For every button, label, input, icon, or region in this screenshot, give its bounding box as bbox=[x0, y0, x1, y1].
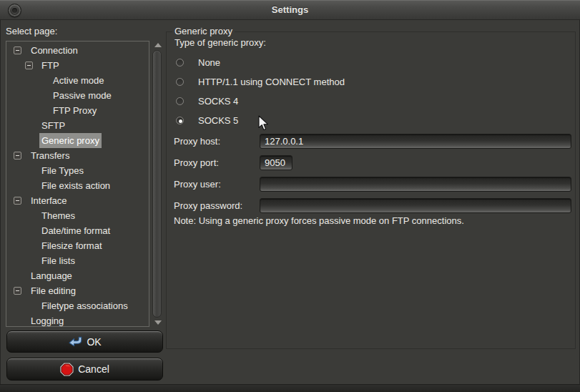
collapse-minus-icon[interactable] bbox=[14, 46, 21, 54]
proxy-password-label: Proxy password: bbox=[174, 198, 242, 213]
tree-item-file-editing[interactable]: File editing bbox=[6, 283, 149, 298]
radio-unselected-icon[interactable] bbox=[176, 78, 184, 86]
tree-item-ftp-proxy[interactable]: FTP Proxy bbox=[6, 103, 149, 118]
tree-item-label: File Types bbox=[39, 163, 86, 178]
tree-item-interface[interactable]: Interface bbox=[6, 193, 149, 208]
tree-item-label: Active mode bbox=[51, 73, 107, 88]
tree-item-label: Transfers bbox=[29, 148, 72, 163]
ok-button[interactable]: OK bbox=[6, 330, 163, 353]
proxy-host-label: Proxy host: bbox=[174, 134, 220, 149]
tree-item-language[interactable]: Language bbox=[6, 268, 149, 283]
radio-label: SOCKS 5 bbox=[198, 115, 238, 126]
radio-http-1-1-using-connect-method[interactable]: HTTP/1.1 using CONNECT method bbox=[175, 76, 345, 89]
window-bottom-edge bbox=[0, 384, 580, 392]
tree-item-label: SFTP bbox=[39, 118, 67, 133]
tree-item-transfers[interactable]: Transfers bbox=[6, 148, 149, 163]
tree-item-label: Connection bbox=[29, 43, 80, 58]
collapse-minus-icon[interactable] bbox=[14, 287, 21, 295]
tree-item-label: Date/time format bbox=[39, 223, 112, 238]
tree-item-logging[interactable]: Logging bbox=[6, 313, 149, 327]
radio-none[interactable]: None bbox=[175, 57, 220, 69]
generic-proxy-group: Generic proxy Type of generic proxy: Not… bbox=[166, 31, 576, 349]
collapse-minus-icon[interactable] bbox=[14, 197, 21, 205]
radio-label: None bbox=[198, 57, 220, 68]
collapse-minus-icon[interactable] bbox=[25, 62, 33, 69]
proxy-user-label: Proxy user: bbox=[174, 177, 221, 192]
tree-item-filesize-format[interactable]: Filesize format bbox=[6, 238, 149, 253]
tree-item-label: Passive mode bbox=[51, 88, 114, 103]
tree-item-connection[interactable]: Connection bbox=[6, 43, 149, 58]
tree-item-label: Language bbox=[29, 268, 74, 283]
window-title: Settings bbox=[0, 0, 580, 20]
cancel-button[interactable]: Cancel bbox=[6, 358, 163, 381]
tree-item-label: File exists action bbox=[39, 178, 112, 193]
proxy-port-input[interactable] bbox=[260, 155, 293, 170]
tree-item-date-time-format[interactable]: Date/time format bbox=[6, 223, 149, 238]
proxy-user-input[interactable] bbox=[260, 177, 571, 192]
tree-item-label: Interface bbox=[29, 193, 69, 208]
tree-item-label: Themes bbox=[39, 208, 77, 223]
proxy-port-label: Proxy port: bbox=[174, 155, 219, 170]
tree-scrollbar[interactable] bbox=[150, 41, 164, 327]
radio-label: SOCKS 4 bbox=[198, 96, 238, 107]
tree-item-label: Generic proxy bbox=[39, 133, 102, 148]
scroll-down-icon[interactable] bbox=[154, 320, 162, 325]
page-tree[interactable]: ConnectionFTPActive modePassive modeFTP … bbox=[6, 41, 149, 327]
tree-item-label: File lists bbox=[39, 253, 77, 268]
cancel-button-label: Cancel bbox=[78, 363, 109, 375]
proxy-password-input[interactable] bbox=[260, 198, 571, 213]
tree-item-themes[interactable]: Themes bbox=[6, 208, 149, 223]
radio-label: HTTP/1.1 using CONNECT method bbox=[198, 77, 345, 87]
tree-item-label: Filetype associations bbox=[39, 298, 130, 313]
settings-window: Settings Select page: ConnectionFTPActiv… bbox=[0, 0, 580, 392]
tree-item-label: FTP Proxy bbox=[51, 103, 99, 118]
radio-unselected-icon[interactable] bbox=[176, 97, 184, 105]
tree-item-label: Logging bbox=[29, 313, 66, 327]
scroll-up-icon[interactable] bbox=[154, 43, 162, 47]
proxy-note: Note: Using a generic proxy forces passi… bbox=[174, 215, 464, 226]
tree-item-active-mode[interactable]: Active mode bbox=[6, 73, 149, 88]
scrollbar-thumb[interactable] bbox=[152, 50, 162, 318]
tree-item-label: Filesize format bbox=[39, 238, 104, 253]
collapse-minus-icon[interactable] bbox=[14, 152, 21, 160]
group-legend: Generic proxy bbox=[172, 26, 235, 36]
tree-item-passive-mode[interactable]: Passive mode bbox=[6, 88, 149, 103]
type-of-proxy-label: Type of generic proxy: bbox=[175, 37, 266, 48]
tree-item-filetype-associations[interactable]: Filetype associations bbox=[6, 298, 149, 313]
radio-unselected-icon[interactable] bbox=[176, 59, 184, 67]
tree-item-generic-proxy[interactable]: Generic proxy bbox=[6, 133, 149, 148]
enter-arrow-icon bbox=[68, 335, 82, 348]
ok-button-label: OK bbox=[87, 336, 101, 348]
tree-item-file-types[interactable]: File Types bbox=[6, 163, 149, 178]
tree-item-file-lists[interactable]: File lists bbox=[6, 253, 149, 268]
tree-item-ftp[interactable]: FTP bbox=[6, 58, 149, 73]
radio-socks-4[interactable]: SOCKS 4 bbox=[175, 95, 238, 108]
stop-sign-icon bbox=[60, 363, 74, 376]
title-bar: Settings bbox=[0, 0, 580, 20]
radio-socks-5[interactable]: SOCKS 5 bbox=[175, 114, 238, 127]
tree-item-label: FTP bbox=[39, 58, 62, 73]
radio-selected-icon[interactable] bbox=[176, 117, 184, 124]
tree-item-label: File editing bbox=[29, 283, 78, 298]
select-page-label: Select page: bbox=[6, 26, 57, 36]
proxy-host-input[interactable] bbox=[260, 134, 571, 149]
tree-item-file-exists-action[interactable]: File exists action bbox=[6, 178, 149, 193]
tree-item-sftp[interactable]: SFTP bbox=[6, 118, 149, 133]
